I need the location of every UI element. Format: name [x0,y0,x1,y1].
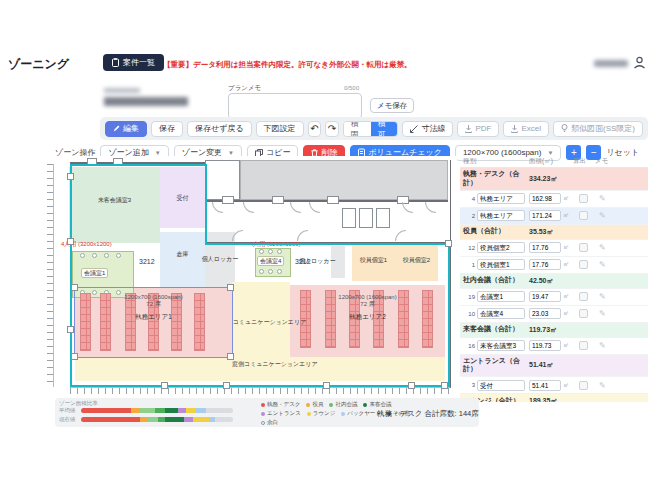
calc-checkbox[interactable] [579,260,588,269]
legend-label: 余白 [267,419,278,426]
calc-checkbox[interactable] [579,309,588,318]
boundary-handle[interactable] [161,382,168,389]
ratio-title: ゾーン面積比率 [59,400,98,407]
zone-area-input[interactable]: 51.41 [529,380,561,391]
calc-checkbox[interactable] [579,292,588,301]
save-button[interactable]: 保存 [151,121,183,137]
category-area: 35.53㎡ [529,227,554,237]
calc-checkbox[interactable] [579,341,588,350]
memo-edit-icon[interactable]: ✎ [599,243,606,252]
dimension-line-button[interactable]: 寸法線 [402,121,453,137]
zone-area-input[interactable]: 17.76 [529,259,561,270]
seat-count-label: 72 席 [290,300,445,309]
door-arc [395,230,406,241]
core-room [205,160,240,200]
memo-edit-icon[interactable]: ✎ [599,211,606,220]
zone-name-input[interactable]: 来客会議室3 [477,340,525,351]
zone-area-input[interactable]: 19.47 [529,291,561,302]
boundary-handle[interactable] [408,382,415,389]
col-header-calc: 算出 [573,157,595,166]
zone-guest-meeting3[interactable] [69,167,160,243]
zone-label: 窓側コミュニケーションエリア [232,360,318,369]
user-icon[interactable] [632,55,647,70]
col-header-area: 面積(㎡) [529,157,573,166]
floorplan-canvas[interactable]: 来客会議室3 受付 倉庫 個人ロッカー 4人用 (3200x1200) 会議室1… [47,156,457,402]
back-without-save-button[interactable]: 保存せず戻る [187,121,252,137]
memo-edit-icon[interactable]: ✎ [599,381,606,390]
boundary-handle[interactable] [67,173,74,180]
floor-boundary [205,164,207,245]
category-area: 42.50㎡ [529,276,554,286]
boundary-handle[interactable] [445,240,452,247]
category-name: 社内会議（合計） [463,276,529,285]
zone-name-input[interactable]: 執務エリア [477,193,525,204]
table-row: 2執務エリア171.24㎡✎ [460,208,648,225]
selection-handle[interactable] [71,353,78,360]
calc-checkbox[interactable] [579,194,588,203]
area-unit: ㎡ [563,194,569,203]
row-number: 4 [463,196,475,202]
memo-save-button[interactable]: メモ保存 [370,98,414,113]
selection-handle[interactable] [227,284,234,291]
ratio-segment [215,417,233,422]
underlay-settings-button[interactable]: 下図設定 [256,121,304,137]
zone-area-input[interactable]: 119.73 [529,340,561,351]
boundary-handle[interactable] [323,382,330,389]
floor-boundary [70,385,450,387]
zone-area-input[interactable]: 162.98 [529,193,561,204]
legend-label: エントランス [267,410,301,417]
row-number: 10 [463,311,475,317]
zone-work-area2[interactable]: 1200x700 (1600span) 72 席 執務エリア2 [290,285,445,357]
calc-checkbox[interactable] [579,243,588,252]
ratio-segment [186,408,197,413]
zone-area-input[interactable]: 171.24 [529,210,561,221]
zone-area-input[interactable]: 17.76 [529,242,561,253]
ratio-segment [140,417,148,422]
area-fixed-option[interactable]: 面積固定 [344,122,371,136]
area-unit: ㎡ [563,309,569,318]
zone-name-input[interactable]: 会議室1 [477,291,525,302]
memo-edit-icon[interactable]: ✎ [599,309,606,318]
ratio-segment [131,408,140,413]
zone-area-input[interactable]: 23.03 [529,308,561,319]
edit-button[interactable]: 編集 [105,121,147,137]
zone-name-input[interactable]: 役員個室2 [477,242,525,253]
legend-dot [261,421,265,425]
zone-name-input[interactable]: 受付 [477,380,525,391]
boundary-handle[interactable] [223,382,230,389]
calc-checkbox[interactable] [579,211,588,220]
excel-export-button[interactable]: Excel [503,121,549,137]
boundary-handle[interactable] [441,382,448,389]
zone-name-input[interactable]: 執務エリア [477,210,525,221]
redo-button[interactable]: ↷ [325,121,339,137]
calc-checkbox[interactable] [579,381,588,390]
outer-wall [450,160,451,388]
memo-edit-icon[interactable]: ✎ [599,194,606,203]
memo-edit-icon[interactable]: ✎ [599,260,606,269]
ratio-segment [165,408,179,413]
plan-memo-input[interactable] [228,93,362,119]
selection-handle[interactable] [227,353,234,360]
area-unit: ㎡ [563,211,569,220]
door-arc [212,202,223,213]
boundary-handle[interactable] [67,238,74,245]
area-variable-option[interactable]: 面積可変 [371,122,398,136]
zone-name-input[interactable]: 会議室4 [477,308,525,319]
zone-name-input[interactable]: 役員個室1 [477,259,525,270]
memo-edit-icon[interactable]: ✎ [599,341,606,350]
legend-item: エントランス [261,410,301,417]
selection-handle[interactable] [71,284,78,291]
floor-boundary [70,164,207,166]
pdf-export-button[interactable]: PDF [457,121,499,137]
legend-dot [363,403,367,407]
similar-drawings-button[interactable]: 類似図面(SS限定) [553,121,643,137]
case-list-button[interactable]: 案件一覧 [103,54,164,71]
ratio-segment [178,408,186,413]
boundary-handle[interactable] [67,326,74,333]
dimension-label: 3212 [139,258,155,265]
category-area: 334.23㎡ [529,174,557,184]
undo-button[interactable]: ↶ [308,121,322,137]
table-row-category: 社内会議（合計）42.50㎡ [460,274,648,289]
legend-label: バックヤード [347,410,381,417]
memo-edit-icon[interactable]: ✎ [599,292,606,301]
